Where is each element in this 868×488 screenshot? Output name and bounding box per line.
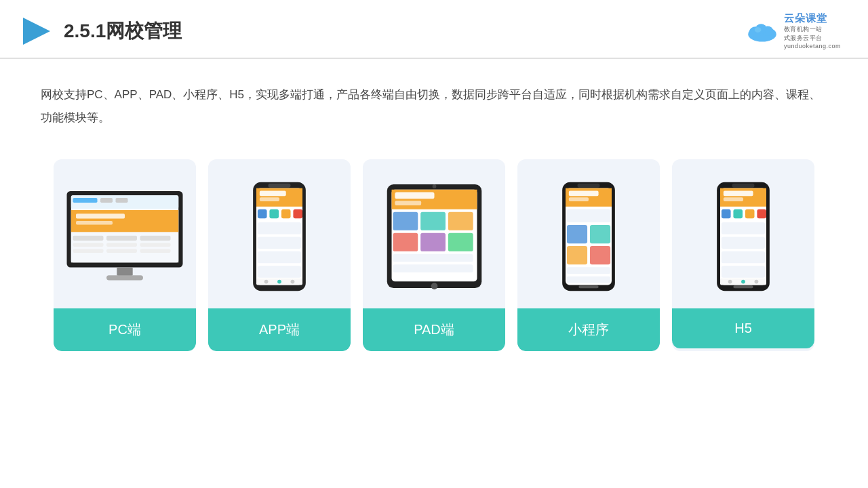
svg-rect-71 <box>567 267 610 274</box>
mini-phone-icon <box>559 179 618 294</box>
svg-rect-19 <box>73 243 104 246</box>
svg-rect-72 <box>567 277 610 283</box>
svg-rect-40 <box>258 266 301 277</box>
svg-rect-33 <box>258 209 267 219</box>
app-phone-icon <box>250 179 309 294</box>
svg-rect-54 <box>393 233 418 251</box>
svg-rect-55 <box>420 233 446 251</box>
svg-rect-57 <box>393 254 473 262</box>
card-pc: PC端 <box>54 159 196 351</box>
pad-tablet-icon <box>382 179 487 294</box>
card-h5: H5 <box>672 159 814 351</box>
card-pad-label: PAD端 <box>363 308 505 351</box>
header: 2.5.1网校管理 云朵课堂 教育机构一站 式服务云平台 yunduoketan… <box>0 0 868 59</box>
svg-rect-76 <box>732 184 754 188</box>
svg-rect-67 <box>567 225 587 243</box>
svg-rect-16 <box>73 235 104 240</box>
page-title: 2.5.1网校管理 <box>64 18 182 44</box>
svg-rect-15 <box>76 221 113 224</box>
card-pad: PAD端 <box>363 159 505 351</box>
svg-rect-58 <box>393 264 473 272</box>
svg-rect-86 <box>722 251 765 263</box>
svg-rect-68 <box>590 225 610 243</box>
svg-rect-29 <box>268 184 290 188</box>
svg-rect-70 <box>590 246 610 264</box>
svg-rect-34 <box>269 209 279 219</box>
svg-rect-56 <box>448 233 473 251</box>
svg-rect-32 <box>260 197 279 201</box>
logo-sub-line2: 式服务云平台 <box>784 34 823 43</box>
svg-rect-9 <box>73 197 98 202</box>
svg-point-91 <box>755 280 759 284</box>
card-app: APP端 <box>208 159 351 351</box>
card-h5-image <box>672 159 814 308</box>
svg-rect-39 <box>258 251 301 263</box>
svg-rect-10 <box>100 197 113 202</box>
description-text: 网校支持PC、APP、PAD、小程序、H5，实现多端打通，产品各终端自由切换，数… <box>0 59 868 143</box>
svg-rect-66 <box>567 209 610 222</box>
card-miniprogram-label: 小程序 <box>517 308 660 351</box>
svg-point-43 <box>277 280 281 284</box>
svg-rect-85 <box>722 237 765 248</box>
svg-rect-53 <box>448 212 473 230</box>
cards-container: PC端 <box>0 143 868 365</box>
svg-rect-92 <box>733 285 753 288</box>
svg-rect-82 <box>745 209 755 219</box>
svg-point-90 <box>741 280 745 284</box>
svg-rect-52 <box>420 212 446 230</box>
cloud-logo-icon <box>746 18 778 44</box>
svg-rect-73 <box>578 285 598 288</box>
card-h5-label: H5 <box>672 308 814 348</box>
svg-rect-81 <box>733 209 743 219</box>
svg-rect-25 <box>117 267 132 276</box>
logo-name: 云朵课堂 <box>784 12 827 25</box>
card-pc-label: PC端 <box>54 308 196 351</box>
svg-rect-11 <box>116 197 128 202</box>
logo-area: 云朵课堂 教育机构一站 式服务云平台 yunduoketang.com <box>746 12 841 49</box>
logo-sub-line1: 教育机构一站 <box>784 25 823 34</box>
svg-rect-69 <box>567 246 587 264</box>
svg-rect-79 <box>724 197 743 201</box>
card-app-image <box>208 159 351 308</box>
svg-rect-87 <box>722 266 765 277</box>
svg-point-5 <box>755 27 762 33</box>
svg-rect-36 <box>293 209 302 219</box>
svg-rect-38 <box>258 237 301 248</box>
svg-point-47 <box>432 184 436 188</box>
card-miniprogram: 小程序 <box>517 159 660 351</box>
pc-monitor-icon <box>64 184 186 289</box>
header-left: 2.5.1网校管理 <box>20 15 182 47</box>
svg-rect-83 <box>757 209 766 219</box>
svg-rect-22 <box>73 249 104 252</box>
svg-rect-49 <box>395 192 434 199</box>
svg-rect-62 <box>577 184 599 188</box>
svg-rect-50 <box>395 201 421 205</box>
svg-rect-24 <box>140 249 171 252</box>
svg-rect-17 <box>106 235 137 240</box>
svg-rect-80 <box>722 209 731 219</box>
svg-rect-21 <box>140 243 171 246</box>
svg-rect-20 <box>106 243 137 246</box>
card-app-label: APP端 <box>208 308 351 351</box>
svg-rect-18 <box>140 235 171 240</box>
svg-rect-26 <box>106 275 143 280</box>
svg-rect-37 <box>258 222 301 234</box>
svg-rect-84 <box>722 222 765 234</box>
svg-point-42 <box>264 280 269 284</box>
svg-rect-51 <box>393 212 418 230</box>
svg-rect-78 <box>724 190 753 196</box>
play-icon <box>20 15 53 47</box>
description-content: 网校支持PC、APP、PAD、小程序、H5，实现多端打通，产品各终端自由切换，数… <box>41 88 821 124</box>
svg-point-59 <box>431 283 437 289</box>
h5-phone-icon <box>713 179 773 294</box>
card-pc-image <box>54 159 196 308</box>
svg-rect-23 <box>106 249 137 252</box>
svg-rect-65 <box>569 197 589 201</box>
card-miniprogram-image <box>517 159 660 308</box>
svg-point-89 <box>728 280 732 284</box>
svg-rect-35 <box>281 209 291 219</box>
svg-rect-13 <box>71 209 178 231</box>
logo-text: 云朵课堂 教育机构一站 式服务云平台 yunduoketang.com <box>784 12 841 49</box>
svg-rect-64 <box>569 190 599 196</box>
svg-rect-14 <box>76 214 125 218</box>
